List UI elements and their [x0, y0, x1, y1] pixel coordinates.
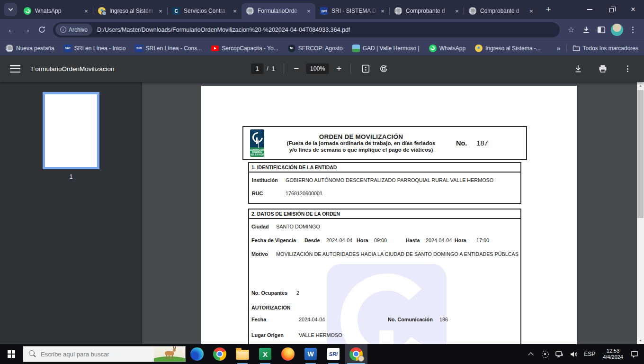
- zoom-out-button[interactable]: −: [290, 64, 303, 74]
- file-explorer-icon: [236, 350, 249, 360]
- profile-avatar[interactable]: [611, 24, 623, 36]
- tab-close-icon[interactable]: ×: [379, 7, 386, 15]
- tab-formulario-active[interactable]: FormularioOrde ×: [242, 3, 315, 19]
- scrollbar-thumb[interactable]: [637, 90, 644, 218]
- taskbar-search-box[interactable]: [23, 346, 186, 362]
- address-bar[interactable]: i Archivo D:/Users/Master/Downloads/Form…: [53, 22, 560, 37]
- forward-button[interactable]: →: [19, 22, 34, 37]
- tab-close-icon[interactable]: ×: [528, 7, 535, 15]
- row-institucion: Institución GOBIERNO AUTÓNOMO DESCENTRAL…: [249, 177, 520, 183]
- field-value: 2: [296, 290, 299, 296]
- side-panel-button[interactable]: [594, 22, 609, 37]
- tab-whatsapp[interactable]: WhatsApp ×: [19, 3, 93, 19]
- field-value: MOVILIZACIÓN DE AUTORIDADES HACIA LA CIU…: [276, 251, 519, 257]
- tray-volume-button[interactable]: [568, 347, 579, 361]
- sri-taskbar-icon: SRi: [327, 348, 340, 360]
- back-button[interactable]: ←: [4, 22, 19, 37]
- taskbar-excel[interactable]: X: [254, 344, 277, 364]
- profile-badge-icon: [358, 355, 364, 362]
- taskbar-sri[interactable]: SRi: [322, 344, 345, 364]
- new-tab-button[interactable]: +: [542, 3, 555, 16]
- notification-icon: [630, 350, 639, 358]
- start-button[interactable]: [0, 344, 23, 364]
- whatsapp-icon: [24, 7, 31, 15]
- scroll-down-arrow[interactable]: ▼: [637, 337, 644, 344]
- tab-close-icon[interactable]: ×: [453, 7, 461, 15]
- tab-sri-sistema[interactable]: SRi SRI - SISTEMA D ×: [315, 3, 389, 19]
- pdf-more-button[interactable]: [621, 63, 634, 75]
- bookmark-ingreso-sistema[interactable]: Ingreso al Sistema -...: [475, 45, 541, 52]
- taskbar-firefox[interactable]: [277, 344, 299, 364]
- pdf-print-button[interactable]: [597, 63, 609, 75]
- search-highlight-image[interactable]: [154, 346, 185, 362]
- reload-button[interactable]: [34, 22, 49, 37]
- notification-center-button[interactable]: [629, 347, 640, 361]
- tab-close-icon[interactable]: ×: [82, 7, 90, 15]
- all-bookmarks-button[interactable]: Todos los marcadores: [572, 45, 638, 52]
- volume-icon: [570, 351, 578, 358]
- minimize-icon: [587, 9, 592, 10]
- tab-close-icon[interactable]: ×: [231, 7, 239, 15]
- tab-title: Comprobante d: [406, 8, 453, 14]
- tray-app-button[interactable]: [539, 347, 551, 361]
- page-thumbnail[interactable]: [43, 92, 99, 169]
- taskbar-chrome[interactable]: [208, 344, 231, 364]
- field-label: Lugar Origen: [251, 332, 284, 338]
- pdf-menu-button[interactable]: [10, 65, 20, 73]
- globe-icon: [6, 45, 13, 52]
- taskbar-file-explorer[interactable]: [231, 344, 254, 364]
- bookmark-sercop-youtube[interactable]: SercopCapacita - Yo...: [211, 45, 278, 52]
- tab-comprobante-1[interactable]: Comprobante d ×: [390, 3, 464, 19]
- pdf-download-button[interactable]: [572, 63, 584, 75]
- search-input[interactable]: [41, 351, 154, 358]
- network-icon: [555, 351, 564, 358]
- close-window-button[interactable]: ×: [622, 0, 644, 19]
- tab-search-button[interactable]: [4, 3, 17, 16]
- scroll-up-arrow[interactable]: ▲: [637, 82, 644, 89]
- page-number-input[interactable]: 1: [251, 64, 263, 74]
- tab-ingreso-sistema[interactable]: Ingreso al Sistem ×: [93, 3, 167, 19]
- browser-menu-button[interactable]: [625, 22, 640, 37]
- site-info-chip[interactable]: i Archivo: [55, 24, 92, 36]
- row-fecha-autorizacion: Fecha 2024-04-04 No. Comunicación 186: [249, 317, 520, 323]
- tray-network-button[interactable]: [554, 347, 565, 361]
- pdf-viewer: 1 CONTRALORÍAGENERALDEL ESTADO: [0, 82, 644, 344]
- zoom-in-button[interactable]: +: [333, 64, 345, 74]
- tab-title: Servicios Contra: [184, 8, 231, 14]
- maximize-button[interactable]: [600, 0, 622, 19]
- sri-icon: SRi: [135, 45, 143, 52]
- taskbar-word[interactable]: W: [299, 344, 322, 364]
- downloads-button[interactable]: [579, 22, 594, 37]
- taskbar-clock[interactable]: 12:53 4/4/2024: [600, 348, 626, 361]
- bookmark-nueva-pestana[interactable]: Nueva pestaña: [6, 45, 54, 52]
- vertical-scrollbar[interactable]: ▲ ▼: [637, 82, 644, 344]
- order-number-label: No.: [456, 139, 467, 147]
- pdf-document-title: FormularioOrdenMovilizacion: [31, 65, 115, 73]
- tab-close-icon[interactable]: ×: [305, 7, 313, 15]
- tray-show-hidden-button[interactable]: [525, 347, 537, 361]
- field-label: Motivo: [251, 251, 268, 257]
- globe-icon: [246, 7, 254, 15]
- keyboard-language[interactable]: ESP: [582, 351, 597, 357]
- bookmarks-right: » Todos los marcadores: [557, 45, 638, 52]
- ecuador-shield-icon: [98, 7, 106, 15]
- bookmarks-overflow-button[interactable]: »: [557, 45, 561, 52]
- system-tray: ESP 12:53 4/4/2024: [525, 344, 644, 364]
- tab-comprobante-2[interactable]: Comprobante d ×: [464, 3, 538, 19]
- bookmark-sri-consultas[interactable]: SRi SRI en Línea - Cons...: [135, 45, 202, 52]
- bookmark-star-button[interactable]: ☆: [564, 22, 579, 37]
- rotate-button[interactable]: [378, 63, 390, 75]
- tab-close-icon[interactable]: ×: [157, 7, 164, 15]
- taskbar-chrome-active[interactable]: [345, 344, 367, 364]
- fit-page-icon: [361, 64, 371, 73]
- bookmark-gad-valle-hermoso[interactable]: GAD | Valle Hermoso |: [352, 45, 420, 52]
- tab-servicios-contraloria[interactable]: C Servicios Contra ×: [168, 3, 242, 19]
- fit-page-button[interactable]: [360, 63, 372, 75]
- bookmark-sri-inicio[interactable]: SRi SRI en Línea - Inicio: [64, 45, 126, 52]
- bookmark-whatsapp[interactable]: WhatsApp: [429, 45, 465, 52]
- taskbar-edge[interactable]: [186, 344, 208, 364]
- zoom-level[interactable]: 100%: [306, 64, 329, 74]
- minimize-button[interactable]: [579, 0, 600, 19]
- bookmark-sercop-agosto[interactable]: fn SERCOP: Agosto: [288, 45, 343, 52]
- browser-window: WhatsApp × Ingreso al Sistem × C Servici…: [0, 0, 644, 364]
